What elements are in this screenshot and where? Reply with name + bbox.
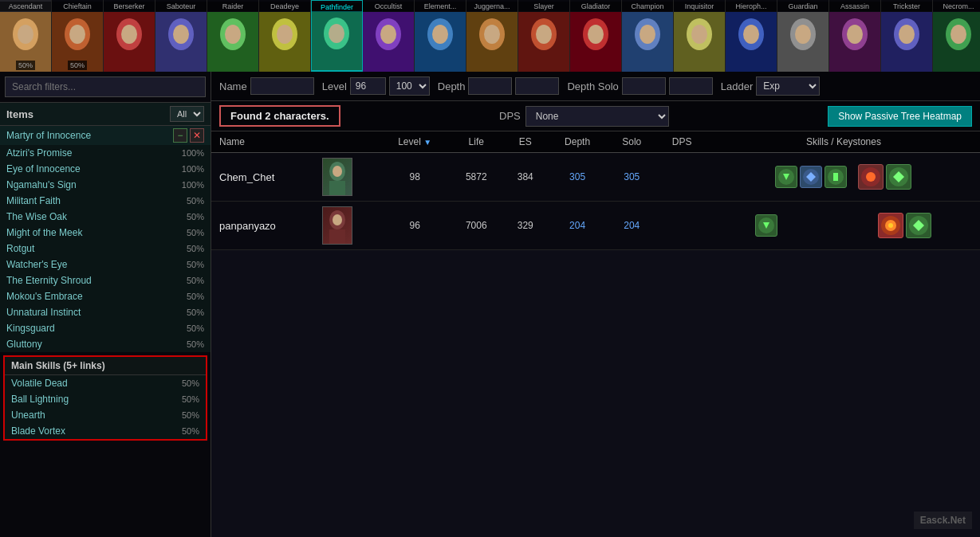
class-item-slayer[interactable]: Slayer [518,0,570,72]
class-item-raider[interactable]: Raider [207,0,259,72]
skill-gem-2[interactable] [800,166,822,188]
item-filter-mokou[interactable]: Mokou's Embrace 50% [0,288,211,304]
item-percent: 100% [182,164,204,174]
item-filter-watcher[interactable]: Watcher's Eye 50% [0,257,211,272]
char-name[interactable]: panpanyazo [211,202,314,250]
class-portrait-guardian [777,12,829,72]
item-filter-meek[interactable]: Might of the Meek 50% [0,225,211,241]
svg-point-19 [225,25,241,44]
name-filter-input[interactable] [250,77,314,95]
skill-filter-blade-vortex[interactable]: Blade Vortex 50% [5,423,206,439]
class-item-trickster[interactable]: Trickster [881,0,933,72]
filter-add-btn[interactable]: − [173,128,187,143]
char-depth: 204 [548,202,607,250]
svg-point-44 [536,25,552,44]
svg-point-32 [380,25,396,44]
class-item-berserker[interactable]: Berserker [104,0,155,72]
level-max-select[interactable]: 100 [389,76,430,96]
class-item-champion[interactable]: Champion [622,0,674,72]
class-badge-chieftain: 50% [68,61,87,70]
search-input[interactable] [5,76,206,97]
class-item-gladiator[interactable]: Gladiator [570,0,622,72]
class-item-deadeye[interactable]: Deadeye [259,0,311,72]
depth-max-input[interactable] [515,77,559,95]
skill-percent: 50% [182,378,199,388]
skill-filter-ball-lightning[interactable]: Ball Lightning 50% [5,391,206,407]
svg-rect-18 [217,50,250,72]
svg-rect-28 [311,11,363,71]
item-filter-kingsguard[interactable]: Kingsguard 50% [0,320,211,336]
skill-gem-3[interactable] [825,166,847,188]
class-bar: Ascendant 50% Chieftain [0,0,980,72]
depth-solo-min-input[interactable] [622,77,666,95]
skill-percent: 50% [182,410,199,420]
dps-select[interactable]: None [525,106,669,127]
col-level[interactable]: Level ▼ [380,131,450,153]
ladder-select[interactable]: Exp [756,76,820,96]
item-filter-name: Eye of Innocence [6,163,182,174]
class-item-occultist[interactable]: Occultist [363,0,415,72]
item-filter-militant[interactable]: Militant Faith 50% [0,193,211,209]
class-item-pathfinder[interactable]: Pathfinder [311,0,363,72]
item-filter-unnatural[interactable]: Unnatural Instinct 50% [0,304,211,320]
filter-remove-btn[interactable]: ✕ [190,128,204,143]
level-filter-group: Level 100 [322,76,430,96]
item-filter-atziri[interactable]: Atziri's Promise 100% [0,145,211,161]
class-label-guardian: Guardian [777,2,828,11]
class-item-hierophant[interactable]: Hieroph... [726,0,777,72]
char-portrait [322,158,352,196]
class-item-juggernaut[interactable]: Juggerna... [466,0,518,72]
item-filter-wisoak[interactable]: The Wise Oak 50% [0,209,211,225]
svg-point-76 [950,25,966,44]
item-filter-gluttony[interactable]: Gluttony 50% [0,336,211,352]
skill-gem-1[interactable] [755,214,777,237]
class-item-chieftain[interactable]: Chieftain 50% [52,0,104,72]
char-skills [707,153,980,202]
class-item-guardian[interactable]: Guardian [777,0,829,72]
class-item-assassin[interactable]: Assassin [829,0,881,72]
results-table-container: Name Level ▼ Life ES Depth Solo DPS Skil… [211,131,980,537]
sidebar: Items All Martyr of Innocence − ✕ Atziri… [0,72,211,537]
class-item-necromancer[interactable]: Necrom... [933,0,980,72]
item-filter-eternity[interactable]: The Eternity Shroud 50% [0,272,211,288]
item-filter-rotgut[interactable]: Rotgut 50% [0,241,211,257]
class-portrait-pathfinder [311,11,363,71]
class-item-elementalist[interactable]: Element... [415,0,466,72]
items-all-select[interactable]: All [170,106,204,122]
svg-rect-71 [891,50,923,72]
skill-gem-1[interactable] [775,166,797,188]
item-filter-name: Ngamahu's Sign [6,179,182,190]
class-portrait-champion [622,12,674,72]
class-item-saboteur[interactable]: Saboteur [155,0,207,72]
skill-gem-7[interactable] [906,213,931,238]
class-item-ascendant[interactable]: Ascendant 50% [0,0,52,72]
depth-solo-max-input[interactable] [669,77,713,95]
item-filter-name: Militant Faith [6,195,187,206]
item-filter-ngamahu[interactable]: Ngamahu's Sign 100% [0,177,211,193]
name-filter-group: Name [219,77,314,95]
skill-filter-volatile[interactable]: Volatile Dead 50% [5,375,206,391]
solo-link[interactable]: 204 [624,220,640,231]
skill-gem-4[interactable] [858,164,884,190]
depth-link[interactable]: 305 [569,171,585,182]
skill-gem-5[interactable] [886,164,911,190]
depth-min-input[interactable] [468,77,512,95]
heatmap-button[interactable]: Show Passive Tree Heatmap [828,106,972,127]
solo-link[interactable]: 305 [624,171,640,182]
depth-filter-group: Depth [438,77,560,95]
skill-gem-6[interactable] [878,213,903,238]
class-label-gladiator: Gladiator [570,2,621,11]
skill-percent: 50% [182,394,199,404]
svg-rect-31 [372,50,405,72]
depth-link[interactable]: 204 [569,220,585,231]
item-filter-martyr[interactable]: Martyr of Innocence − ✕ [0,126,211,145]
class-item-inquisitor[interactable]: Inquisitor [674,0,726,72]
item-percent: 50% [187,260,204,269]
class-label-assassin: Assassin [829,2,880,11]
char-name[interactable]: Chem_Chet [211,153,314,202]
level-min-input[interactable] [350,77,386,95]
item-filter-eye[interactable]: Eye of Innocence 100% [0,161,211,177]
skill-filter-unearth[interactable]: Unearth 50% [5,407,206,423]
svg-rect-59 [735,50,768,72]
class-portrait-trickster [881,12,933,72]
